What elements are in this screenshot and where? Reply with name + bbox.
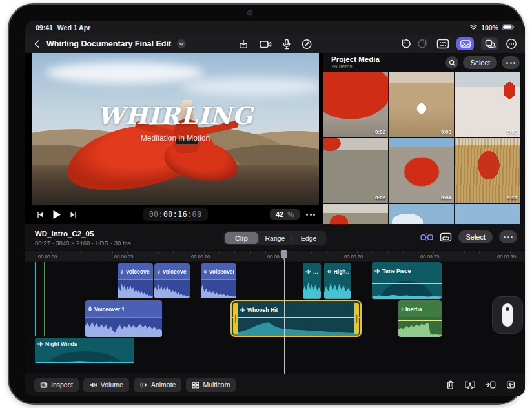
media-thumbnail[interactable]: 0:03 bbox=[389, 72, 454, 137]
timeline-clip[interactable]: ♪Inertia bbox=[398, 300, 442, 337]
page: 09:41 Wed 1 Apr 100% bbox=[0, 0, 532, 408]
play-button[interactable] bbox=[52, 210, 61, 219]
timeline-clip[interactable]: Voiceover 1 bbox=[85, 300, 162, 337]
media-thumbnail[interactable] bbox=[455, 204, 520, 224]
waveform-icon bbox=[37, 342, 43, 347]
timeline-clip[interactable]: Voiceover 2 bbox=[154, 263, 190, 298]
clip-name: High… bbox=[334, 269, 349, 275]
connected-clips-icon[interactable] bbox=[420, 232, 433, 242]
viewer-zoom-control[interactable]: 42 % bbox=[270, 209, 300, 220]
inspector-panel-icon[interactable] bbox=[436, 39, 449, 49]
inspect-icon bbox=[40, 382, 48, 389]
timecode-seconds: 00:16 bbox=[163, 210, 187, 219]
ruler-label: 00:00:00 bbox=[38, 254, 57, 262]
timeline-clip[interactable]: Time Piece bbox=[372, 262, 442, 299]
clip-name: Inertia bbox=[405, 306, 422, 312]
jog-wheel-thumb[interactable] bbox=[502, 303, 513, 327]
effects-button[interactable] bbox=[481, 37, 498, 50]
redo-icon[interactable] bbox=[418, 38, 429, 50]
title-card-subtitle: Meditation in Motion bbox=[32, 134, 319, 143]
mode-range[interactable]: Range bbox=[259, 232, 292, 244]
panel-more-button[interactable] bbox=[502, 56, 520, 69]
timecode-display[interactable]: 00:00:16:08 bbox=[143, 208, 209, 221]
timeline-section: WD_Intro_C2_05 00:27 · 3840 × 2160 · HDR… bbox=[25, 224, 525, 396]
media-thumbnail[interactable]: 0:02 bbox=[323, 138, 388, 203]
zoom-unit: % bbox=[287, 210, 294, 218]
ruler-label: 00:00:20 bbox=[344, 254, 363, 262]
timeline-select-button[interactable]: Select bbox=[458, 230, 493, 243]
clip-duration: 0:02 bbox=[375, 129, 385, 135]
media-thumbnail[interactable] bbox=[389, 204, 454, 224]
jog-wheel[interactable] bbox=[492, 296, 523, 334]
media-grid: 0:02 0:03 0:02 0:02 0:04 0:10 bbox=[323, 72, 521, 224]
project-media-header: Project Media 26 Items Select bbox=[323, 53, 525, 72]
blade-cut-icon[interactable] bbox=[464, 380, 476, 390]
more-menu-icon[interactable] bbox=[506, 38, 517, 50]
timeline-clip[interactable]: High… bbox=[324, 263, 351, 299]
undo-icon[interactable] bbox=[399, 38, 411, 50]
front-camera bbox=[248, 11, 252, 15]
status-time: 09:41 bbox=[36, 24, 53, 32]
mode-edge[interactable]: Edge bbox=[292, 232, 325, 244]
media-thumbnail[interactable]: 0:04 bbox=[389, 138, 454, 203]
insert-clip-icon[interactable] bbox=[485, 380, 496, 390]
camera-icon[interactable] bbox=[260, 39, 272, 49]
clip-name: Time Piece bbox=[382, 268, 411, 274]
ruler-label: 00:00:10 bbox=[191, 254, 210, 262]
clip-name: Voiceover 1 bbox=[94, 306, 125, 312]
skip-back-icon[interactable] bbox=[37, 211, 44, 218]
inspect-button[interactable]: Inspect bbox=[34, 378, 79, 392]
title-menu-button[interactable] bbox=[177, 39, 186, 48]
waveform-icon bbox=[305, 269, 311, 274]
pencil-tool-icon[interactable] bbox=[302, 39, 312, 50]
timeline-clip[interactable]: Voiceover 2 bbox=[118, 263, 153, 298]
app-toolbar: Whirling Documentary Final Edit bbox=[25, 35, 525, 53]
waveform-icon bbox=[374, 269, 380, 274]
panel-title: Project Media bbox=[331, 56, 380, 63]
timeline-clip[interactable]: … bbox=[303, 263, 321, 299]
timeline-clip-selected[interactable]: Whoosh Hit bbox=[230, 300, 362, 337]
back-button[interactable] bbox=[33, 39, 41, 48]
delete-clip-icon[interactable] bbox=[445, 380, 455, 390]
media-thumbnail[interactable]: 0:02 bbox=[455, 72, 520, 137]
overlay-view-icon[interactable] bbox=[440, 232, 452, 242]
timeline-clip[interactable]: Voiceover 3 bbox=[201, 263, 236, 298]
media-thumbnail[interactable] bbox=[323, 204, 388, 224]
tool-label: Inspect bbox=[51, 381, 73, 389]
mode-clip[interactable]: Clip bbox=[225, 232, 258, 244]
microphone-icon[interactable] bbox=[283, 39, 291, 50]
multicam-button[interactable]: Multicam bbox=[186, 378, 236, 392]
timeline-more-button[interactable] bbox=[499, 230, 517, 243]
edit-mode-segmented-control: Clip Range Edge bbox=[224, 231, 327, 245]
timeline-ruler[interactable]: 00:00:00 00:00:05 00:00:10 00:00:15 00:0… bbox=[25, 250, 525, 261]
export-icon[interactable] bbox=[238, 39, 249, 50]
clip-name: … bbox=[313, 269, 318, 275]
mic-icon bbox=[203, 269, 207, 275]
volume-button[interactable]: Volume bbox=[83, 378, 129, 392]
media-thumbnail[interactable]: 0:02 bbox=[323, 72, 388, 137]
clip-duration: 0:04 bbox=[441, 195, 451, 201]
trim-handle-right[interactable] bbox=[354, 303, 359, 334]
trim-handle-left[interactable] bbox=[233, 303, 238, 334]
clip-connection-stem bbox=[35, 262, 36, 336]
clip-duration: 0:03 bbox=[441, 129, 451, 135]
panel-item-count: 26 Items bbox=[331, 63, 380, 70]
mic-icon bbox=[157, 269, 161, 275]
overwrite-clip-icon[interactable] bbox=[505, 380, 516, 390]
timecode-frames: :08 bbox=[187, 210, 201, 219]
search-button[interactable] bbox=[445, 56, 458, 69]
playhead[interactable] bbox=[284, 250, 285, 374]
viewer-cloud bbox=[181, 77, 319, 96]
timeline-tracks[interactable]: Voiceover 2 Voiceover 2 Voiceover 3 … bbox=[25, 262, 525, 374]
project-title[interactable]: Whirling Documentary Final Edit bbox=[46, 39, 171, 48]
viewer-more-icon[interactable] bbox=[306, 214, 315, 216]
media-thumbnail[interactable]: 0:10 bbox=[455, 138, 520, 203]
video-viewer[interactable]: WHIRLING Meditation in Motion bbox=[32, 53, 319, 205]
animate-button[interactable]: Animate bbox=[134, 378, 182, 392]
skip-forward-icon[interactable] bbox=[70, 211, 77, 218]
select-button[interactable]: Select bbox=[463, 56, 497, 69]
media-browser-button[interactable] bbox=[456, 37, 474, 50]
timeline-clip[interactable]: Night Winds bbox=[35, 338, 134, 363]
music-note-icon: ♪ bbox=[401, 307, 404, 312]
timeline-toolbar: Inspect Volume Animate Multicam bbox=[25, 376, 525, 393]
